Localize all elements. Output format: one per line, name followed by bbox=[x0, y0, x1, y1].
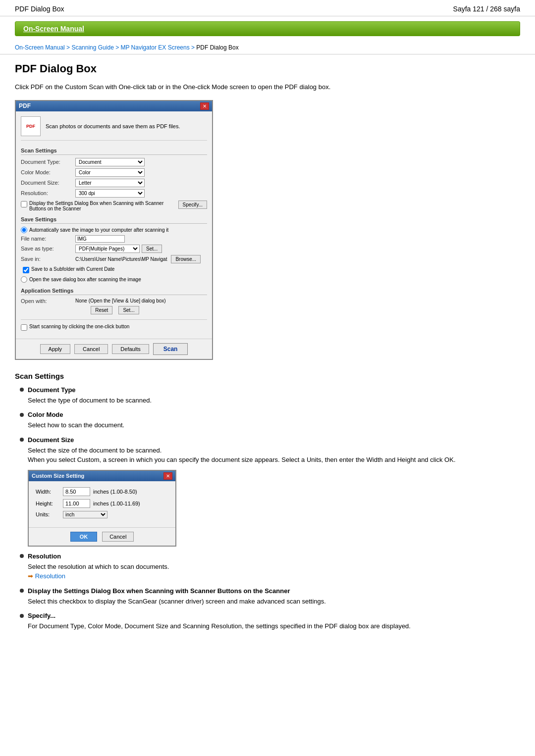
app-settings-section: Application Settings Open with: None (Op… bbox=[21, 288, 207, 314]
breadcrumb-item-2[interactable]: Scanning Guide bbox=[71, 44, 113, 51]
color-mode-select[interactable]: Color bbox=[75, 168, 145, 177]
list-item-color-mode: Color Mode Select how to scan the docume… bbox=[20, 411, 520, 430]
page-header: PDF Dialog Box Sayfa 121 / 268 sayfa bbox=[0, 0, 535, 16]
open-with-value: None (Open the [View & Use] dialog box) bbox=[75, 298, 166, 303]
set-button-1[interactable]: Set... bbox=[142, 245, 162, 253]
list-item-doc-size: Document Size Select the size of the doc… bbox=[20, 436, 520, 547]
list-item-display-settings: Display the Settings Dialog Box when Sca… bbox=[20, 587, 520, 606]
breadcrumb-item-3[interactable]: MP Navigator EX Screens bbox=[121, 44, 190, 51]
dialog-resolution-row: Resolution: 300 dpi bbox=[21, 189, 207, 198]
page-title: PDF Dialog Box bbox=[15, 62, 520, 75]
header-left: PDF Dialog Box bbox=[15, 5, 64, 13]
cs-units-row: Units: inch bbox=[36, 511, 168, 518]
browse-button[interactable]: Browse... bbox=[171, 255, 201, 263]
cs-height-label: Height: bbox=[36, 501, 63, 506]
cs-cancel-button[interactable]: Cancel bbox=[102, 532, 134, 542]
resolution-select[interactable]: 300 dpi bbox=[75, 189, 145, 198]
custom-size-titlebar: Custom Size Setting ✕ bbox=[29, 471, 175, 481]
display-settings-row: Display the Settings Dialog Box when Sca… bbox=[21, 201, 207, 211]
defaults-button[interactable]: Defaults bbox=[112, 344, 149, 354]
cs-width-input[interactable] bbox=[63, 487, 90, 496]
dialog-titlebar: PDF ✕ bbox=[16, 101, 212, 111]
header-right: Sayfa 121 / 268 sayfa bbox=[453, 5, 520, 13]
custom-size-body: Width: inches (1.00-8.50) Height: inches… bbox=[29, 481, 175, 527]
color-mode-title: Color Mode bbox=[28, 411, 63, 418]
savein-value: C:\Users\User Name\Pictures\MP Navigat bbox=[75, 256, 167, 262]
savein-label: Save in: bbox=[21, 256, 75, 262]
custom-size-close-button[interactable]: ✕ bbox=[163, 472, 172, 480]
set-button-2[interactable]: Set... bbox=[118, 306, 139, 314]
auto-save-row: Automatically save the image to your com… bbox=[21, 227, 207, 233]
specify-text: For Document Type, Color Mode, Document … bbox=[28, 621, 520, 631]
auto-save-radio[interactable] bbox=[21, 227, 27, 233]
color-mode-label: Color Mode: bbox=[21, 169, 75, 175]
bullet-dot-6 bbox=[20, 614, 24, 618]
resolution-link[interactable]: Resolution bbox=[28, 572, 65, 580]
cs-height-input[interactable] bbox=[63, 499, 90, 508]
resolution-text: Select the resolution at which to scan d… bbox=[28, 562, 520, 572]
doc-type-label: Document Type: bbox=[21, 159, 75, 165]
pdf-icon: PDF bbox=[21, 116, 41, 136]
display-settings-checkbox[interactable] bbox=[21, 201, 27, 207]
bullet-dot-2 bbox=[20, 413, 24, 417]
main-content: PDF Dialog Box Click PDF on the Custom S… bbox=[0, 62, 535, 652]
list-item-resolution: Resolution Select the resolution at whic… bbox=[20, 553, 520, 581]
display-settings-title: Display the Settings Dialog Box when Sca… bbox=[28, 587, 290, 595]
dialog-color-mode-row: Color Mode: Color bbox=[21, 168, 207, 177]
savetype-label: Save as type: bbox=[21, 246, 75, 252]
open-with-label: Open with: bbox=[21, 298, 75, 304]
open-save-radio[interactable] bbox=[21, 276, 27, 283]
dialog-title: PDF bbox=[19, 102, 31, 109]
doc-type-title: Document Type bbox=[28, 386, 76, 394]
dialog-icon-desc: Scan photos or documents and save them a… bbox=[46, 123, 180, 129]
start-scan-checkbox[interactable] bbox=[21, 324, 27, 331]
dialog-icon-row: PDF Scan photos or documents and save th… bbox=[21, 116, 207, 141]
savetype-row: Save as type: PDF(Multiple Pages) Set... bbox=[21, 245, 207, 253]
start-scan-text: Start scanning by clicking the one-click… bbox=[29, 324, 129, 329]
cs-width-unit: inches (1.00-8.50) bbox=[93, 489, 137, 495]
specify-title: Specify... bbox=[28, 612, 55, 619]
cs-width-row: Width: inches (1.00-8.50) bbox=[36, 487, 168, 496]
breadcrumb-item-1[interactable]: On-Screen Manual bbox=[15, 44, 65, 51]
apply-button[interactable]: Apply bbox=[40, 344, 71, 354]
cs-units-select[interactable]: inch bbox=[63, 511, 107, 518]
cancel-button[interactable]: Cancel bbox=[74, 344, 108, 354]
doc-size-select[interactable]: Letter bbox=[75, 179, 145, 187]
doc-type-select[interactable]: Document bbox=[75, 158, 145, 166]
doc-size-text1: Select the size of the document to be sc… bbox=[28, 446, 520, 455]
doc-size-title: Document Size bbox=[28, 436, 74, 444]
scan-button[interactable]: Scan bbox=[153, 343, 188, 355]
cs-width-label: Width: bbox=[36, 489, 63, 495]
subfolder-checkbox[interactable] bbox=[23, 267, 29, 273]
app-settings-label: Application Settings bbox=[21, 288, 207, 295]
doc-size-text2: When you select Custom, a screen in whic… bbox=[28, 455, 520, 465]
reset-button[interactable]: Reset bbox=[91, 306, 112, 314]
app-btn-row: Reset Set... bbox=[21, 306, 207, 314]
start-scan-row: Start scanning by clicking the one-click… bbox=[21, 319, 207, 331]
breadcrumb-current: PDF Dialog Box bbox=[196, 44, 238, 51]
banner-label: On-Screen Manual bbox=[23, 25, 84, 33]
bullet-dot-5 bbox=[20, 589, 24, 593]
scan-settings-heading: Scan Settings bbox=[15, 372, 520, 380]
dialog-save-settings-label: Save Settings bbox=[21, 216, 207, 224]
savetype-select[interactable]: PDF(Multiple Pages) bbox=[75, 245, 140, 253]
bullet-dot-4 bbox=[20, 554, 24, 558]
specify-button[interactable]: Specify... bbox=[178, 201, 207, 209]
doc-type-text: Select the type of document to be scanne… bbox=[28, 396, 520, 405]
breadcrumb: On-Screen Manual > Scanning Guide > MP N… bbox=[0, 41, 535, 54]
cs-ok-button[interactable]: OK bbox=[70, 532, 98, 542]
dialog-scan-settings-label: Scan Settings bbox=[21, 148, 207, 155]
filename-input[interactable] bbox=[75, 235, 125, 243]
cs-footer: OK Cancel bbox=[29, 527, 175, 546]
list-item-specify: Specify... For Document Type, Color Mode… bbox=[20, 612, 520, 631]
save-section: Save Settings Automatically save the ima… bbox=[21, 216, 207, 283]
dialog-doc-size-row: Document Size: Letter bbox=[21, 179, 207, 187]
color-mode-text: Select how to scan the document. bbox=[28, 420, 520, 430]
display-settings-text: Display the Settings Dialog Box when Sca… bbox=[29, 201, 178, 211]
cs-height-unit: inches (1.00-11.69) bbox=[93, 501, 140, 506]
cs-height-row: Height: inches (1.00-11.69) bbox=[36, 499, 168, 508]
onscreen-banner: On-Screen Manual bbox=[15, 21, 520, 36]
resolution-title: Resolution bbox=[28, 553, 61, 560]
dialog-close-button[interactable]: ✕ bbox=[200, 102, 209, 110]
display-settings-body-text: Select this checkbox to display the Scan… bbox=[28, 597, 520, 606]
